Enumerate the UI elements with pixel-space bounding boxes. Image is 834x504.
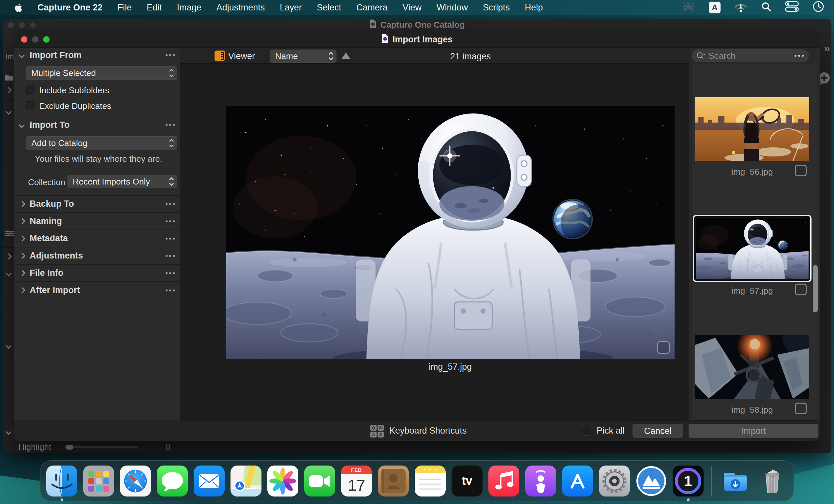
sliders-icon[interactable] (5, 230, 14, 238)
bg-chevron-down-icon[interactable] (5, 343, 12, 349)
zoom-button[interactable] (43, 36, 49, 43)
spotlight-search-icon[interactable] (761, 1, 771, 14)
exclude-duplicates-checkbox[interactable] (26, 101, 35, 110)
dock-podcasts-icon[interactable] (525, 465, 556, 497)
sort-by-select[interactable]: Name (270, 49, 336, 63)
file-info-section[interactable]: File Info (14, 265, 180, 282)
after-import-section[interactable]: After Import (14, 282, 180, 299)
dock-photos-icon[interactable] (267, 465, 298, 497)
bg-chevron-down-icon[interactable] (5, 109, 12, 114)
metadata-section[interactable]: Metadata (14, 230, 180, 247)
adjustments-options-icon[interactable] (166, 255, 175, 257)
menu-image[interactable]: Image (177, 3, 201, 13)
menu-view[interactable]: View (403, 3, 421, 13)
menu-app-name[interactable]: Capture One 22 (38, 3, 103, 13)
bg-chevron-down-icon[interactable] (5, 429, 12, 435)
bg-minimize-button[interactable] (19, 22, 25, 28)
collection-select[interactable]: Recent Imports Only (67, 175, 177, 188)
close-button[interactable] (21, 36, 27, 43)
folder-icon[interactable] (4, 74, 14, 82)
bg-close-button[interactable] (8, 22, 14, 28)
dock-tv-icon[interactable]: tv (452, 465, 483, 497)
import-destination-select[interactable]: Add to Catalog (26, 136, 177, 150)
menu-layer[interactable]: Layer (280, 3, 302, 13)
search-field[interactable] (692, 49, 809, 62)
add-annotation-icon[interactable] (818, 72, 831, 87)
menu-help[interactable]: Help (525, 3, 543, 13)
naming-options-icon[interactable] (166, 220, 175, 222)
dock-launchpad-icon[interactable] (83, 465, 114, 497)
dock-monitor-app-icon[interactable] (636, 465, 667, 497)
dock-trash-icon[interactable] (757, 465, 788, 497)
menu-scripts[interactable]: Scripts (483, 3, 510, 13)
bg-chevron-right-icon[interactable] (5, 87, 12, 93)
highlight-slider-handle[interactable] (66, 445, 73, 450)
preview-pick-checkbox[interactable] (657, 341, 670, 354)
after-import-options-icon[interactable] (166, 289, 175, 291)
menu-adjustments[interactable]: Adjustments (217, 3, 265, 13)
import-from-options-icon[interactable] (166, 54, 175, 56)
sort-ascending-icon[interactable] (342, 52, 350, 59)
input-source-icon[interactable]: A (709, 2, 721, 13)
clock-icon[interactable] (812, 1, 824, 15)
thumbnail-pick-checkbox[interactable] (795, 284, 807, 295)
keyboard-shortcuts-icon[interactable]: QW AS (370, 425, 384, 438)
control-center-icon[interactable] (785, 1, 799, 14)
pick-all-checkbox[interactable] (581, 426, 591, 436)
dock-mail-icon[interactable] (194, 465, 225, 497)
thumbnail-img-57[interactable] (696, 218, 809, 279)
highlight-slider[interactable] (65, 446, 138, 448)
dock-notes-icon[interactable] (415, 465, 446, 497)
menu-select[interactable]: Select (317, 3, 342, 13)
minimize-button[interactable] (32, 36, 39, 43)
thumbnail-pick-checkbox[interactable] (795, 402, 807, 414)
wifi-alert-icon[interactable] (734, 2, 747, 13)
highlight-label: Highlight (18, 442, 51, 452)
search-input[interactable] (708, 51, 790, 61)
import-button[interactable]: Import (688, 424, 818, 438)
bg-zoom-button[interactable] (30, 22, 36, 28)
collapse-panel-icon[interactable]: » (824, 42, 830, 54)
bg-chevron-down-icon[interactable] (5, 270, 12, 276)
dock-app-store-icon[interactable] (562, 465, 593, 497)
dock-capture-one-icon[interactable]: 1 (673, 465, 704, 497)
import-from-header[interactable]: Import From (14, 48, 180, 63)
drweb-spider-icon[interactable] (682, 1, 695, 14)
bg-chevron-right-icon[interactable] (5, 253, 12, 259)
metadata-options-icon[interactable] (166, 238, 175, 240)
cancel-button[interactable]: Cancel (633, 424, 683, 438)
menu-window[interactable]: Window (437, 3, 468, 13)
menu-edit[interactable]: Edit (147, 3, 162, 13)
browser-scrollbar[interactable] (813, 265, 818, 312)
dock-downloads-icon[interactable] (720, 465, 751, 497)
menu-file[interactable]: File (118, 3, 132, 13)
search-icon[interactable] (696, 51, 706, 60)
apple-menu-icon[interactable] (14, 3, 22, 13)
keyboard-shortcuts-label[interactable]: Keyboard Shortcuts (389, 426, 466, 436)
menu-camera[interactable]: Camera (356, 3, 388, 13)
include-subfolders-checkbox[interactable] (26, 85, 35, 94)
thumbnail-pick-checkbox[interactable] (795, 165, 807, 176)
dock-system-preferences-icon[interactable] (599, 465, 630, 497)
dock-maps-icon[interactable] (231, 465, 262, 497)
naming-section[interactable]: Naming (14, 213, 180, 230)
dock-finder-icon[interactable] (46, 465, 77, 497)
import-to-options-icon[interactable] (166, 124, 175, 126)
dock-messages-icon[interactable] (157, 465, 188, 497)
search-options-icon[interactable] (794, 55, 804, 57)
dock-contacts-icon[interactable] (378, 465, 409, 497)
import-to-header[interactable]: Import To (14, 117, 180, 132)
backup-to-section[interactable]: Backup To (14, 196, 180, 213)
viewer-mode-icon[interactable] (215, 50, 225, 62)
import-source-select[interactable]: Multiple Selected (26, 66, 177, 80)
backup-to-options-icon[interactable] (166, 203, 175, 205)
thumbnail-img-56[interactable] (695, 97, 809, 161)
dock-safari-icon[interactable] (120, 465, 151, 497)
dock-calendar-icon[interactable]: FEB 17 (341, 465, 372, 497)
adjustments-section[interactable]: Adjustments (14, 247, 180, 265)
dock-music-icon[interactable] (488, 465, 519, 497)
main-preview-image[interactable] (226, 106, 675, 359)
thumbnail-img-58[interactable] (695, 335, 809, 399)
dock-facetime-icon[interactable] (304, 465, 335, 497)
file-info-options-icon[interactable] (166, 272, 175, 274)
